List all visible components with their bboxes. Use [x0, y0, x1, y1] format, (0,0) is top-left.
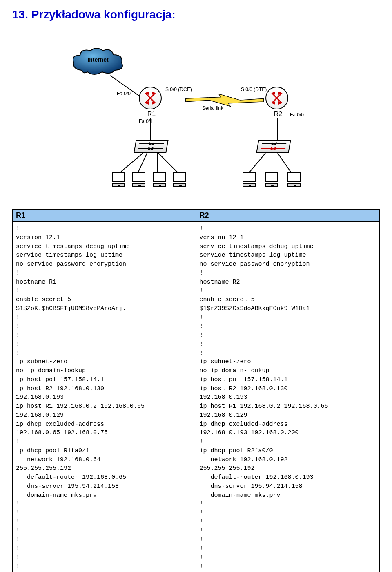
network-diagram: Internet R1 R2	[12, 29, 380, 197]
label-s00-dce: S 0/0 (DCE)	[165, 87, 192, 92]
router-r2-label: R2	[265, 110, 291, 118]
pc-icon	[151, 172, 167, 192]
label-s00-dte: S 0/0 (DTE)	[241, 87, 267, 92]
svg-marker-24	[273, 142, 276, 145]
label-fa00-left: Fa 0/0	[117, 91, 131, 96]
table-header-r2: R2	[196, 210, 380, 222]
link-sw2-pc5	[249, 153, 266, 172]
link-r1-switch1	[150, 118, 151, 141]
label-serial-link: Serial link	[202, 105, 223, 111]
pc-icon	[172, 172, 188, 192]
router-r1-label: R1	[139, 110, 164, 118]
svg-marker-28	[272, 147, 276, 150]
pc-icon	[286, 172, 302, 192]
label-fa00-right: Fa 0/0	[290, 112, 304, 118]
switch1-icon	[135, 140, 167, 154]
link-sw1-pc3	[157, 153, 158, 172]
internet-cloud-label: Internet	[69, 56, 127, 63]
config-r1: ! version 12.1 service timestamps debug …	[13, 222, 196, 572]
router-r1-icon: R1	[139, 87, 164, 112]
serial-link-icon	[184, 93, 249, 105]
pc-icon	[263, 172, 280, 192]
pc-icon	[110, 172, 127, 192]
page-title: 13. Przykładowa konfiguracja:	[12, 8, 380, 21]
pc-icon	[131, 172, 147, 192]
svg-marker-12	[186, 94, 263, 106]
config-table: R1 R2 ! version 12.1 service timestamps …	[12, 209, 380, 572]
router-r2-icon: R2	[265, 87, 291, 112]
link-sw1-pc4	[158, 153, 177, 172]
config-r2: ! version 12.1 service timestamps debug …	[196, 222, 380, 572]
svg-marker-20	[149, 147, 153, 150]
link-sw2-pc6	[272, 153, 272, 172]
link-r2-switch2	[277, 118, 278, 141]
svg-marker-16	[150, 142, 154, 145]
link-sw2-pc7	[277, 153, 291, 172]
table-header-r1: R1	[13, 210, 196, 222]
pc-icon	[241, 172, 257, 192]
switch2-icon	[257, 140, 290, 154]
